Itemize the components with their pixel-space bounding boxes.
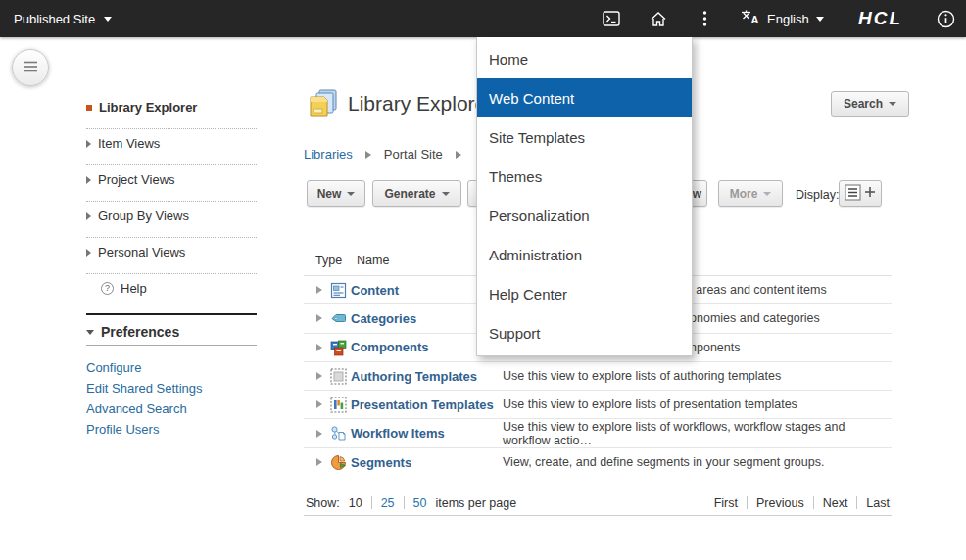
page-size-25[interactable]: 25 [381, 496, 395, 510]
separator [856, 496, 857, 509]
display-view-toggle[interactable] [839, 180, 882, 207]
question-circle-icon: ? [101, 282, 114, 295]
sidebar-divider [86, 164, 257, 165]
table-row-workflow-items: Workflow Items Use this view to explore … [304, 419, 892, 447]
sidebar-toggle-button[interactable] [12, 49, 49, 86]
breadcrumb: Libraries Portal Site [304, 147, 461, 162]
new-button[interactable]: New [307, 180, 365, 207]
sidebar-item-library-explorer[interactable]: Library Explorer [86, 100, 257, 115]
breadcrumb-portal-site[interactable]: Portal Site [384, 147, 443, 162]
expand-icon[interactable] [316, 400, 322, 408]
chevron-right-icon [86, 212, 91, 220]
sidebar-item-group-by-views[interactable]: Group By Views [86, 209, 257, 223]
breadcrumb-libraries[interactable]: Libraries [304, 147, 353, 162]
preferences-section-header[interactable]: Preferences [86, 324, 257, 340]
chevron-right-icon [86, 140, 91, 148]
page-nav: First Previous Next Last [712, 496, 892, 510]
pagination-bar: Show: 10 25 50 items per page First Prev… [304, 490, 892, 516]
sidebar-divider [86, 128, 257, 129]
chevron-down-icon [347, 192, 355, 196]
sidebar-item-help[interactable]: ? Help [101, 281, 271, 296]
chevron-down-icon [104, 17, 112, 22]
home-icon[interactable] [650, 0, 667, 37]
sidebar-item-project-views[interactable]: Project Views [86, 172, 257, 187]
preferences-divider [86, 313, 257, 315]
row-name-link[interactable]: Workflow Items [351, 426, 445, 441]
more-button[interactable]: More [718, 180, 783, 207]
chevron-right-icon [456, 151, 461, 159]
previous-page-link[interactable]: Previous [756, 496, 804, 510]
row-name-link[interactable]: Presentation Templates [351, 397, 494, 412]
generate-button[interactable]: Generate [372, 180, 461, 207]
row-name-link[interactable]: Categories [351, 311, 416, 326]
content-type-icon [330, 282, 347, 299]
language-label: English [767, 12, 809, 26]
menu-item-help-center[interactable]: Help Center [477, 274, 692, 313]
chevron-down-icon [889, 102, 896, 106]
row-name-link[interactable]: Content [351, 283, 399, 298]
table-row-authoring-templates: Authoring Templates Use this view to exp… [304, 362, 892, 391]
expand-icon[interactable] [316, 314, 322, 322]
separator [747, 496, 748, 509]
table-row-segments: Segments View, create, and define segmen… [304, 448, 892, 477]
row-description: Use this view to explore lists of workfl… [503, 420, 892, 447]
workflow-items-type-icon [330, 425, 347, 442]
language-selector[interactable]: A English [741, 0, 824, 37]
row-name-link[interactable]: Segments [351, 455, 411, 470]
info-icon[interactable] [937, 0, 955, 37]
row-description: Use this view to explore lists of presen… [503, 397, 797, 411]
row-name-link[interactable]: Authoring Templates [351, 369, 477, 384]
generate-button-label: Generate [384, 187, 435, 201]
column-header-type: Type [315, 254, 342, 267]
new-button-label: New [317, 187, 342, 201]
menu-item-administration[interactable]: Administration [477, 235, 692, 274]
application-window: Published Site [0, 0, 966, 560]
expand-icon[interactable] [316, 344, 322, 351]
site-context-dropdown[interactable]: Published Site [14, 0, 112, 37]
display-label: Display: [796, 188, 839, 202]
hcl-logo: HCL [858, 0, 902, 37]
menu-item-web-content[interactable]: Web Content [477, 78, 692, 117]
list-view-icon [845, 184, 861, 204]
svg-text:A: A [751, 14, 759, 25]
first-page-link[interactable]: First [714, 496, 738, 510]
categories-type-icon [330, 310, 347, 327]
presentation-templates-type-icon [330, 397, 347, 413]
expand-icon[interactable] [316, 372, 322, 380]
expand-icon[interactable] [316, 430, 322, 438]
menu-item-home[interactable]: Home [477, 39, 692, 78]
page-title: Library Explorer [348, 92, 493, 116]
menu-item-site-templates[interactable]: Site Templates [477, 117, 692, 157]
next-page-link[interactable]: Next [823, 496, 848, 510]
sidebar-item-label: Group By Views [98, 209, 189, 223]
expand-icon[interactable] [316, 458, 322, 466]
expand-icon[interactable] [316, 286, 322, 294]
app-window-icon[interactable] [603, 0, 620, 37]
sidebar-item-personal-views[interactable]: Personal Views [86, 245, 257, 259]
menu-item-support[interactable]: Support [477, 313, 692, 352]
link-edit-shared-settings[interactable]: Edit Shared Settings [86, 381, 203, 396]
sidebar-item-item-views[interactable]: Item Views [86, 136, 257, 151]
chevron-down-icon [442, 192, 450, 196]
page-size-50[interactable]: 50 [413, 496, 427, 510]
link-profile-users[interactable]: Profile Users [86, 422, 159, 437]
row-description: Use this view to explore lists of author… [503, 369, 781, 383]
authoring-templates-type-icon [330, 368, 347, 385]
translate-icon: A [741, 9, 760, 28]
hamburger-icon [23, 59, 38, 76]
preferences-title: Preferences [101, 324, 179, 340]
kebab-menu-icon[interactable] [702, 0, 707, 37]
link-advanced-search[interactable]: Advanced Search [86, 401, 187, 416]
last-page-link[interactable]: Last [866, 496, 890, 510]
menu-item-themes[interactable]: Themes [477, 157, 692, 196]
show-label: Show: [306, 496, 340, 510]
search-button[interactable]: Search [831, 91, 909, 117]
row-name-link[interactable]: Components [351, 340, 428, 354]
menu-item-personalization[interactable]: Personalization [477, 196, 692, 235]
separator [404, 496, 405, 509]
components-type-icon [330, 340, 347, 356]
link-configure[interactable]: Configure [86, 360, 141, 375]
site-context-label: Published Site [14, 12, 95, 26]
search-button-label: Search [844, 97, 883, 111]
preferences-underline [86, 345, 257, 346]
